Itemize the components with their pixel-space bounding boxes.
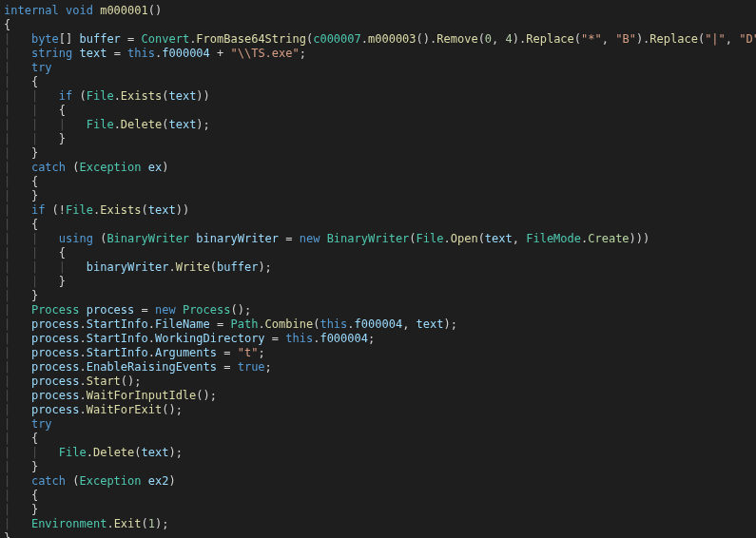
code-block: internal void m000001() { | byte[] buffe… xyxy=(0,0,756,538)
